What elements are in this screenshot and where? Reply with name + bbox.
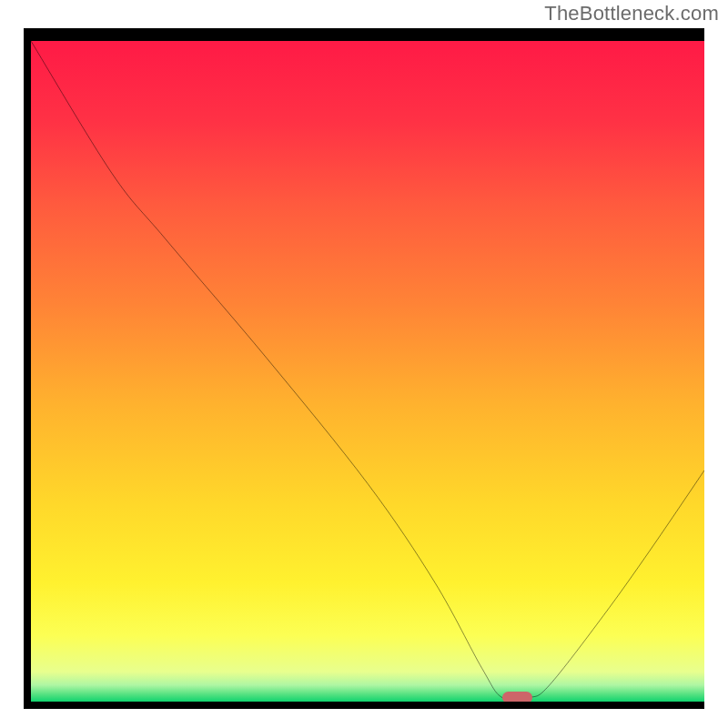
optimal-range-marker (502, 692, 532, 702)
plot-frame (24, 28, 704, 709)
bottleneck-curve (31, 41, 704, 702)
watermark-text: TheBottleneck.com (544, 2, 719, 25)
plot-area (31, 41, 704, 702)
